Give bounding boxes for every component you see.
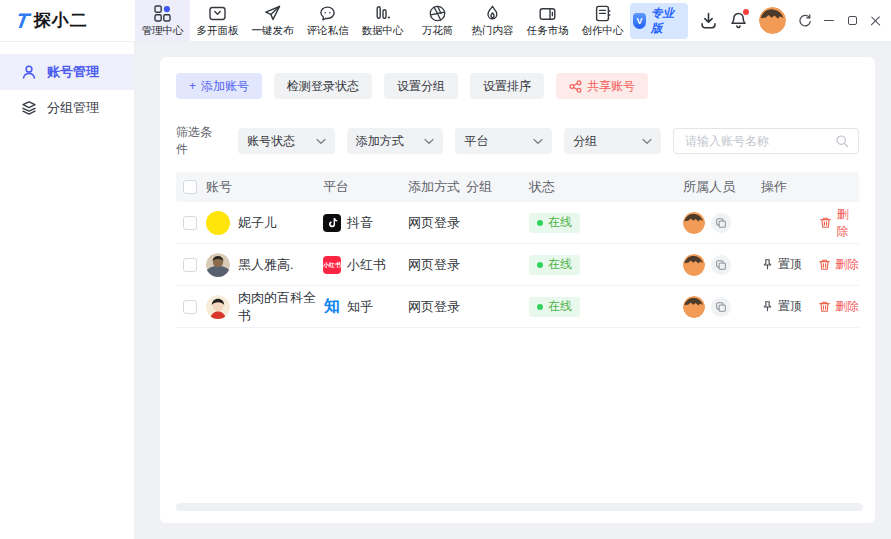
nav-item-hot-content[interactable]: 热门内容	[465, 0, 520, 41]
account-name: 黑人雅高.	[238, 256, 294, 274]
person-icon	[21, 64, 37, 80]
logo-text: 探小二	[34, 9, 88, 32]
platform-cell: 知 知乎	[323, 298, 408, 316]
minimize-button[interactable]	[823, 10, 835, 32]
column-header-method: 添加方式	[408, 178, 466, 196]
status-badge: 在线	[529, 213, 580, 233]
online-dot-icon	[537, 220, 543, 226]
nav-item-data-center[interactable]: 数据中心	[355, 0, 410, 41]
user-avatar[interactable]	[759, 7, 786, 34]
status-label: 在线	[548, 214, 572, 231]
plus-icon: +	[189, 79, 196, 93]
delete-button[interactable]: 删除	[819, 206, 859, 240]
app-shell: 账号管理 分组管理 + 添加账号 检测登录状态 设置分组	[0, 42, 891, 539]
nav-item-one-click-publish[interactable]: 一键发布	[245, 0, 300, 41]
delete-button[interactable]: 删除	[818, 298, 859, 315]
account-status-dropdown[interactable]: 账号状态	[238, 128, 335, 154]
delete-button[interactable]: 删除	[818, 256, 859, 273]
nav-item-label: 数据中心	[362, 24, 404, 38]
pro-version-badge[interactable]: V 专业版	[630, 3, 688, 39]
method-cell: 网页登录	[408, 256, 466, 274]
notification-bell-icon[interactable]	[729, 11, 748, 30]
zhihu-icon: 知	[323, 298, 341, 316]
copy-button[interactable]	[711, 297, 731, 317]
sidebar-item-account-management[interactable]: 账号管理	[0, 54, 134, 90]
share-account-button[interactable]: 共享账号	[556, 73, 648, 99]
app-logo: T 探小二	[0, 0, 135, 41]
refresh-icon[interactable]	[797, 13, 812, 28]
column-header-status: 状态	[529, 178, 683, 196]
app-window: T 探小二 管理中心 多开面板 一键发布	[0, 0, 891, 539]
add-account-button[interactable]: + 添加账号	[176, 73, 262, 99]
top-right-controls: V 专业版	[630, 0, 891, 41]
nav-item-kaleidoscope[interactable]: 万花筒	[410, 0, 465, 41]
pin-label: 置顶	[778, 256, 802, 273]
account-cell: 黑人雅高.	[206, 253, 323, 277]
xiaohongshu-icon: 小红书	[323, 256, 341, 274]
dropdown-value: 平台	[464, 133, 488, 150]
set-group-button[interactable]: 设置分组	[384, 73, 458, 99]
aperture-icon	[428, 3, 447, 23]
row-checkbox[interactable]	[183, 216, 197, 230]
share-account-label: 共享账号	[587, 78, 635, 95]
method-cell: 网页登录	[408, 214, 466, 232]
create-doc-icon	[593, 3, 612, 23]
delete-label: 删除	[835, 298, 859, 315]
nav-item-management-center[interactable]: 管理中心	[135, 0, 190, 41]
copy-button[interactable]	[711, 213, 731, 233]
account-cell: 肉肉的百科全书	[206, 289, 323, 325]
nav-item-comments-dm[interactable]: 评论私信	[300, 0, 355, 41]
accounts-table: 账号 平台 添加方式 分组 状态 所属人员 操作 妮子儿	[176, 172, 859, 328]
multi-panel-icon	[208, 3, 227, 23]
check-login-status-button[interactable]: 检测登录状态	[274, 73, 372, 99]
dropdown-value: 添加方式	[356, 133, 404, 150]
platform-name: 知乎	[347, 298, 373, 316]
close-button[interactable]	[870, 10, 882, 32]
search-box	[673, 128, 859, 154]
owner-cell	[683, 254, 761, 276]
search-input[interactable]	[683, 133, 829, 149]
row-checkbox[interactable]	[183, 300, 197, 314]
search-icon[interactable]	[835, 134, 849, 148]
nav-item-multi-panel[interactable]: 多开面板	[190, 0, 245, 41]
nav-item-task-market[interactable]: 任务市场	[520, 0, 575, 41]
nav-item-label: 多开面板	[197, 24, 239, 38]
download-icon[interactable]	[699, 11, 718, 30]
nav-item-label: 创作中心	[582, 24, 624, 38]
set-order-button[interactable]: 设置排序	[470, 73, 544, 99]
chevron-down-icon	[424, 138, 434, 145]
table-header: 账号 平台 添加方式 分组 状态 所属人员 操作	[176, 172, 859, 202]
actions-cell: 删除	[761, 206, 859, 240]
table-row: 妮子儿 抖音 网页登录 在线	[176, 202, 859, 244]
chevron-down-icon	[316, 138, 326, 145]
account-avatar	[206, 253, 230, 277]
pin-label: 置顶	[778, 298, 802, 315]
owner-cell	[683, 212, 761, 234]
pin-to-top-button[interactable]: 置顶	[761, 298, 802, 315]
chevron-down-icon	[642, 138, 652, 145]
horizontal-scrollbar[interactable]	[176, 503, 863, 511]
group-dropdown[interactable]: 分组	[564, 128, 661, 154]
market-box-icon	[538, 3, 557, 23]
pro-shield-icon: V	[633, 13, 646, 29]
nav-item-label: 一键发布	[252, 24, 294, 38]
filter-bar: 筛选条件 账号状态 添加方式 平台 分组	[176, 124, 859, 158]
row-checkbox[interactable]	[183, 258, 197, 272]
select-all-checkbox[interactable]	[183, 180, 197, 194]
pin-to-top-button[interactable]: 置顶	[761, 256, 802, 273]
nav-item-creation-center[interactable]: 创作中心	[575, 0, 630, 41]
nav-item-label: 管理中心	[142, 24, 184, 38]
filter-label: 筛选条件	[176, 124, 224, 158]
pin-icon	[761, 300, 774, 313]
platform-name: 小红书	[347, 256, 386, 274]
sidebar-item-group-management[interactable]: 分组管理	[0, 90, 134, 126]
maximize-button[interactable]	[846, 10, 858, 32]
status-badge: 在线	[529, 297, 580, 317]
pro-badge-label: 专业版	[651, 6, 679, 36]
add-method-dropdown[interactable]: 添加方式	[347, 128, 444, 154]
online-dot-icon	[537, 262, 543, 268]
copy-button[interactable]	[711, 255, 731, 275]
owner-avatar	[683, 296, 705, 318]
account-name: 妮子儿	[238, 214, 277, 232]
platform-dropdown[interactable]: 平台	[455, 128, 552, 154]
